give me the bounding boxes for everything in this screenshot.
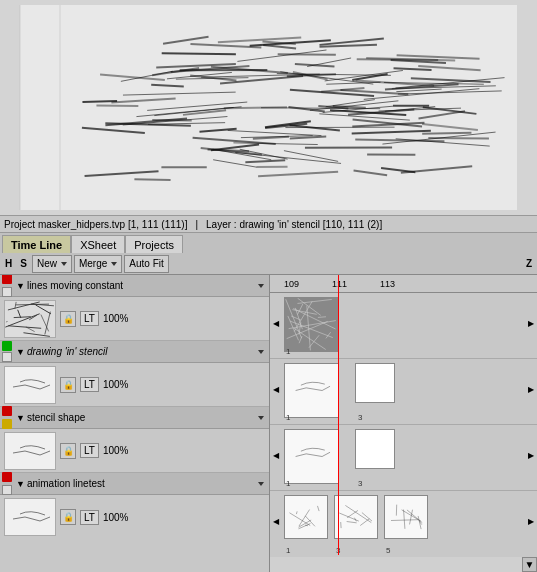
canvas-area bbox=[0, 0, 537, 215]
layer-3-props: 🔒 LT 100% bbox=[60, 443, 129, 459]
layer-1-thumb-canvas bbox=[5, 301, 55, 337]
layer-3-thumb-row: 🔒 LT 100% bbox=[0, 429, 270, 472]
layer-4-thumb-row: 🔒 LT 100% bbox=[0, 495, 270, 539]
layer-3-prev-frame[interactable]: ◀ bbox=[272, 451, 280, 459]
layer-4-opacity: 100% bbox=[103, 512, 129, 523]
layer-2-next-frame[interactable]: ▶ bbox=[527, 385, 535, 393]
layer-2-s-toggle[interactable] bbox=[2, 352, 12, 362]
frame-2-1-thumb[interactable] bbox=[284, 363, 339, 418]
layer-3-menu-arrow[interactable] bbox=[258, 416, 264, 420]
layer-3-next-frame[interactable]: ▶ bbox=[527, 451, 535, 459]
status-project: Project masker_hidpers.tvp [1, 111 (111)… bbox=[4, 219, 187, 230]
layer-4-expand[interactable]: ▼ bbox=[16, 479, 25, 489]
layer-1-color-dot bbox=[2, 275, 12, 284]
tab-xsheet[interactable]: XSheet bbox=[71, 235, 125, 253]
layer-4-prev-frame[interactable]: ◀ bbox=[272, 517, 280, 525]
layer-row-3: ▼ stencil shape 🔒 LT 100% bbox=[0, 407, 270, 473]
frame-cells-row-1: ◀ ▶ 1 bbox=[270, 293, 537, 359]
h-column-label: H bbox=[2, 258, 15, 269]
layer-1-thumbnail bbox=[4, 300, 56, 338]
frame-cells-row-4: ◀ ▶ 1 3 5 bbox=[270, 491, 537, 557]
layer-4-thumb-canvas bbox=[5, 499, 55, 535]
frame-2-3-thumb[interactable] bbox=[355, 363, 395, 403]
frame-4-5-canvas bbox=[385, 496, 427, 538]
frame-3-1-canvas bbox=[285, 430, 338, 483]
frame-4-3-canvas bbox=[335, 496, 377, 538]
frame-panel: 109 111 113 ◀ ▶ 1 ◀ ▶ 1 3 bbox=[270, 275, 537, 572]
layer-2-menu-arrow[interactable] bbox=[258, 350, 264, 354]
layer-1-lock-button[interactable]: 🔒 bbox=[60, 311, 76, 327]
frame-4-5-thumb[interactable] bbox=[384, 495, 428, 539]
playhead-line bbox=[338, 275, 339, 555]
layer-2-lock-button[interactable]: 🔒 bbox=[60, 377, 76, 393]
layer-1-s-toggle[interactable] bbox=[2, 287, 12, 297]
layer-3-lt-label: LT bbox=[80, 443, 99, 458]
layer-1-name: lines moving constant bbox=[27, 280, 254, 291]
z-column-label: Z bbox=[523, 258, 535, 269]
autofit-button[interactable]: Auto Fit bbox=[124, 255, 168, 273]
frame-4-3-thumb[interactable] bbox=[334, 495, 378, 539]
frame-1-1-canvas bbox=[285, 298, 338, 351]
tab-projects[interactable]: Projects bbox=[125, 235, 183, 253]
frame-3-1-thumb[interactable] bbox=[284, 429, 339, 484]
layer-3-lock-button[interactable]: 🔒 bbox=[60, 443, 76, 459]
frame-2-1-number: 1 bbox=[286, 413, 290, 422]
layer-4-s-toggle[interactable] bbox=[2, 485, 12, 495]
frame-cells-row-3: ◀ ▶ 1 3 bbox=[270, 425, 537, 491]
frame-4-5-number: 5 bbox=[386, 546, 390, 555]
layer-4-thumbnail bbox=[4, 498, 56, 536]
merge-dropdown-arrow bbox=[111, 262, 117, 266]
layer-4-menu-arrow[interactable] bbox=[258, 482, 264, 486]
layer-4-color-dot bbox=[2, 472, 12, 482]
tab-timeline[interactable]: Time Line bbox=[2, 235, 71, 253]
layer-1-expand[interactable]: ▼ bbox=[16, 281, 25, 291]
frame-3-3-thumb[interactable] bbox=[355, 429, 395, 469]
layer-3-name: stencil shape bbox=[27, 412, 254, 423]
timeline-toolbar: H S New Merge Auto Fit Z bbox=[0, 253, 537, 275]
layer-3-opacity: 100% bbox=[103, 445, 129, 456]
layer-1-menu-arrow[interactable] bbox=[258, 284, 264, 288]
scroll-down-button[interactable]: ▼ bbox=[522, 557, 537, 572]
layer-2-name: drawing 'in' stencil bbox=[27, 346, 254, 357]
ruler-tick-113: 113 bbox=[380, 279, 395, 289]
layer-3-color-dot-yellow bbox=[2, 419, 12, 429]
frame-ruler: 109 111 113 bbox=[270, 275, 537, 293]
layer-3-expand[interactable]: ▼ bbox=[16, 413, 25, 423]
frame-4-1-number: 1 bbox=[286, 546, 290, 555]
frame-2-3-number: 3 bbox=[358, 413, 362, 422]
layer-3-color-dot-red bbox=[2, 406, 12, 416]
frame-3-3-number: 3 bbox=[358, 479, 362, 488]
layer-1-props: 🔒 LT 100% bbox=[60, 311, 129, 327]
frame-3-1-number: 1 bbox=[286, 479, 290, 488]
layer-4-name: animation linetest bbox=[27, 478, 254, 489]
frame-1-1-thumb[interactable] bbox=[284, 297, 339, 352]
layer-2-opacity: 100% bbox=[103, 379, 129, 390]
layer-4-next-frame[interactable]: ▶ bbox=[527, 517, 535, 525]
layer-4-header: ▼ animation linetest bbox=[0, 473, 270, 495]
frame-4-1-thumb[interactable] bbox=[284, 495, 328, 539]
layer-2-prev-frame[interactable]: ◀ bbox=[272, 385, 280, 393]
layer-1-next-frame[interactable]: ▶ bbox=[527, 319, 535, 327]
layer-1-thumb-row: 🔒 LT 100% bbox=[0, 297, 270, 340]
layer-4-lock-button[interactable]: 🔒 bbox=[60, 509, 76, 525]
layer-row-1: ▼ lines moving constant 🔒 LT 100% bbox=[0, 275, 270, 341]
layer-1-prev-frame[interactable]: ◀ bbox=[272, 319, 280, 327]
layer-2-color-dot bbox=[2, 341, 12, 351]
tab-bar: Time Line XSheet Projects bbox=[0, 233, 537, 253]
layer-2-thumbnail bbox=[4, 366, 56, 404]
layer-3-thumb-canvas bbox=[5, 433, 55, 469]
frame-2-1-canvas bbox=[285, 364, 338, 417]
s-column-label: S bbox=[17, 258, 30, 269]
new-button[interactable]: New bbox=[32, 255, 72, 273]
layer-1-lt-label: LT bbox=[80, 311, 99, 326]
layer-2-thumb-canvas bbox=[5, 367, 55, 403]
layer-2-expand[interactable]: ▼ bbox=[16, 347, 25, 357]
new-dropdown-arrow bbox=[61, 262, 67, 266]
layer-3-header: ▼ stencil shape bbox=[0, 407, 270, 429]
ruler-tick-109: 109 bbox=[284, 279, 299, 289]
layer-2-lt-label: LT bbox=[80, 377, 99, 392]
frame-cells-row-2: ◀ ▶ 1 3 bbox=[270, 359, 537, 425]
merge-button[interactable]: Merge bbox=[74, 255, 122, 273]
layer-3-thumbnail bbox=[4, 432, 56, 470]
canvas-sketch bbox=[0, 0, 537, 215]
